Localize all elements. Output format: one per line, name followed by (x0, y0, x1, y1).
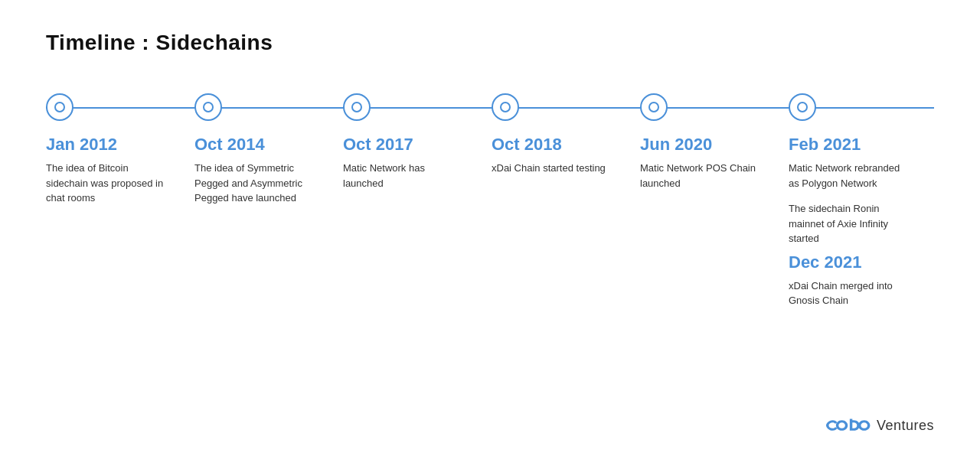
logo-ventures-text: Ventures (877, 418, 934, 434)
node-circle-jan2012 (46, 93, 74, 121)
cobo-logo (826, 416, 872, 435)
node-circle-feb2021 (789, 93, 816, 121)
timeline-node-oct2014: Oct 2014 The idea of Symmetric Pegged an… (194, 93, 328, 308)
timeline-node-jan2012: Jan 2012 The idea of Bitcoin sidechain w… (46, 93, 180, 308)
page-title: Timeline : Sidechains (46, 31, 934, 55)
node-text-jun2020: Matic Network POS Chain launched (640, 161, 763, 191)
timeline-node-jun2020: Jun 2020 Matic Network POS Chain launche… (640, 93, 774, 308)
page-container: Timeline : Sidechains Jan 2012 The idea … (0, 0, 980, 456)
timeline-node-oct2017: Oct 2017 Matic Network has launched (343, 93, 477, 308)
cobo-logo-svg (826, 416, 872, 435)
node-date-feb2021: Feb 2021 (789, 135, 861, 155)
node-date-dec2021: Dec 2021 (789, 252, 861, 272)
node-text-oct2014: The idea of Symmetric Pegged and Asymmet… (194, 161, 317, 206)
node-circle-inner-oct2014 (203, 102, 214, 112)
node-date-jun2020: Jun 2020 (640, 135, 712, 155)
timeline-nodes: Jan 2012 The idea of Bitcoin sidechain w… (46, 93, 934, 308)
node-circle-jun2020 (640, 93, 668, 121)
node-text-jan2012: The idea of Bitcoin sidechain was propos… (46, 161, 168, 206)
node-date-jan2012: Jan 2012 (46, 135, 117, 155)
logo-container: Ventures (826, 416, 934, 435)
node-text-feb2021-secondary: The sidechain Ronin mainnet of Axie Infi… (789, 201, 911, 246)
timeline-wrapper: Jan 2012 The idea of Bitcoin sidechain w… (46, 93, 934, 308)
node-circle-inner-oct2018 (500, 102, 511, 112)
node-text-dec2021: xDai Chain merged into Gnosis Chain (789, 278, 911, 308)
node-date-oct2018: Oct 2018 (492, 135, 562, 155)
node-text-oct2017: Matic Network has launched (343, 161, 466, 191)
node-date-oct2017: Oct 2017 (343, 135, 413, 155)
node-circle-inner-oct2017 (351, 102, 362, 112)
node-circle-inner-feb2021 (797, 102, 808, 112)
timeline-node-oct2018: Oct 2018 xDai Chain started testing (492, 93, 626, 308)
node-circle-oct2018 (492, 93, 519, 121)
timeline-node-feb2021: Feb 2021 Matic Network rebranded as Poly… (789, 93, 934, 308)
node-date-oct2014: Oct 2014 (194, 135, 265, 155)
node-circle-oct2017 (343, 93, 371, 121)
node-circle-oct2014 (194, 93, 222, 121)
node-circle-inner-jan2012 (54, 102, 65, 112)
node-text-oct2018: xDai Chain started testing (492, 161, 606, 176)
node-text-feb2021-primary: Matic Network rebranded as Polygon Netwo… (789, 161, 911, 191)
node-circle-inner-jun2020 (648, 102, 659, 112)
